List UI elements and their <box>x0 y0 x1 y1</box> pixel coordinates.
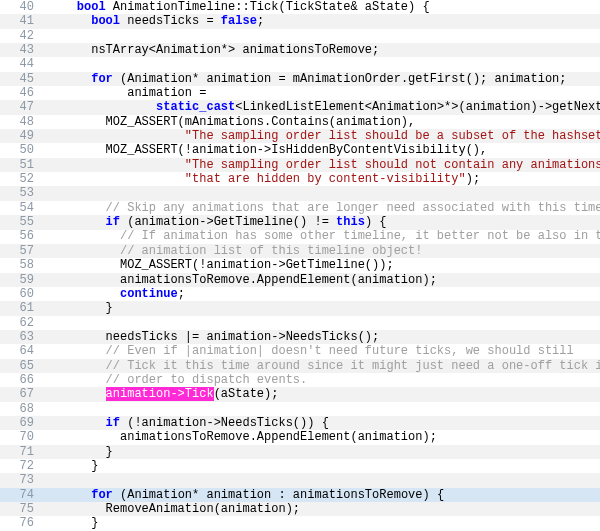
code-line[interactable]: 45 for (Animation* animation = mAnimatio… <box>0 72 600 86</box>
code-line[interactable]: 53 <box>0 186 600 200</box>
code-line[interactable]: 47 static_cast<LinkedListElement<Animati… <box>0 100 600 114</box>
code-content[interactable]: animationsToRemove.AppendElement(animati… <box>40 430 600 444</box>
code-line[interactable]: 55 if (animation->GetTimeline() != this)… <box>0 215 600 229</box>
line-number: 72 <box>0 459 40 473</box>
code-line[interactable]: 44 <box>0 57 600 71</box>
code-content[interactable]: continue; <box>40 287 600 301</box>
code-content[interactable]: } <box>40 459 600 473</box>
code-line[interactable]: 56 // If animation has some other timeli… <box>0 230 600 244</box>
code-line[interactable]: 73 <box>0 473 600 487</box>
code-line[interactable]: 72 } <box>0 459 600 473</box>
code-line[interactable]: 58 MOZ_ASSERT(!animation->GetTimeline())… <box>0 258 600 272</box>
code-line[interactable]: 48 MOZ_ASSERT(mAnimations.Contains(anima… <box>0 115 600 129</box>
code-line[interactable]: 40 bool AnimationTimeline::Tick(TickStat… <box>0 0 600 14</box>
line-number: 59 <box>0 273 40 287</box>
code-line[interactable]: 51 "The sampling order list should not c… <box>0 158 600 172</box>
code-line[interactable]: 52 "that are hidden by content-visibilit… <box>0 172 600 186</box>
line-number: 68 <box>0 402 40 416</box>
code-line[interactable]: 43 nsTArray<Animation*> animationsToRemo… <box>0 43 600 57</box>
code-content[interactable]: if (animation->GetTimeline() != this) { <box>40 215 600 229</box>
code-content[interactable]: animation->Tick(aState); <box>40 387 600 401</box>
code-content[interactable]: bool needsTicks = false; <box>40 14 600 28</box>
code-line[interactable]: 71 } <box>0 445 600 459</box>
code-content[interactable]: bool AnimationTimeline::Tick(TickState& … <box>40 0 600 14</box>
line-number: 63 <box>0 330 40 344</box>
code-content[interactable]: } <box>40 445 600 459</box>
code-line[interactable]: 64 // Even if |animation| doesn't need f… <box>0 344 600 358</box>
line-number: 42 <box>0 29 40 43</box>
code-line[interactable]: 42 <box>0 29 600 43</box>
code-line[interactable]: 46 animation = <box>0 86 600 100</box>
code-content[interactable]: // animation list of this timeline objec… <box>40 244 600 258</box>
line-number: 47 <box>0 100 40 114</box>
code-content[interactable]: for (Animation* animation = mAnimationOr… <box>40 72 600 86</box>
code-line[interactable]: 66 // order to dispatch events. <box>0 373 600 387</box>
line-number: 49 <box>0 129 40 143</box>
code-content[interactable]: } <box>40 516 600 530</box>
code-line[interactable]: 65 // Tick it this time around since it … <box>0 359 600 373</box>
code-line[interactable]: 68 <box>0 402 600 416</box>
code-content[interactable]: // Skip any animations that are longer n… <box>40 201 600 215</box>
code-line[interactable]: 75 RemoveAnimation(animation); <box>0 502 600 516</box>
code-content[interactable]: "that are hidden by content-visibility")… <box>40 172 600 186</box>
code-line[interactable]: 60 continue; <box>0 287 600 301</box>
code-content[interactable]: for (Animation* animation : animationsTo… <box>40 488 600 502</box>
line-number: 52 <box>0 172 40 186</box>
code-content[interactable]: static_cast<LinkedListElement<Animation>… <box>40 100 600 114</box>
line-number: 56 <box>0 229 40 243</box>
code-content[interactable]: nsTArray<Animation*> animationsToRemove; <box>40 43 600 57</box>
code-content[interactable]: animationsToRemove.AppendElement(animati… <box>40 273 600 287</box>
code-line[interactable]: 41 bool needsTicks = false; <box>0 14 600 28</box>
line-number: 67 <box>0 387 40 401</box>
code-line[interactable]: 59 animationsToRemove.AppendElement(anim… <box>0 273 600 287</box>
line-number: 64 <box>0 344 40 358</box>
code-line[interactable]: 63 needsTicks |= animation->NeedsTicks()… <box>0 330 600 344</box>
code-line[interactable]: 70 animationsToRemove.AppendElement(anim… <box>0 430 600 444</box>
code-content[interactable]: // order to dispatch events. <box>40 373 600 387</box>
code-content[interactable]: needsTicks |= animation->NeedsTicks(); <box>40 330 600 344</box>
line-number: 66 <box>0 373 40 387</box>
code-content[interactable]: MOZ_ASSERT(mAnimations.Contains(animatio… <box>40 115 600 129</box>
code-line[interactable]: 62 <box>0 316 600 330</box>
line-number: 44 <box>0 57 40 71</box>
line-number: 74 <box>0 488 40 502</box>
line-number: 50 <box>0 143 40 157</box>
code-content[interactable]: "The sampling order list should not cont… <box>40 158 600 172</box>
line-number: 70 <box>0 430 40 444</box>
code-content[interactable]: MOZ_ASSERT(!animation->GetTimeline()); <box>40 258 600 272</box>
code-content[interactable]: MOZ_ASSERT(!animation->IsHiddenByContent… <box>40 143 600 157</box>
code-content[interactable]: "The sampling order list should be a sub… <box>40 129 600 143</box>
line-number: 53 <box>0 186 40 200</box>
line-number: 55 <box>0 215 40 229</box>
line-number: 71 <box>0 445 40 459</box>
code-line[interactable]: 57 // animation list of this timeline ob… <box>0 244 600 258</box>
code-line[interactable]: 74 for (Animation* animation : animation… <box>0 488 600 502</box>
line-number: 51 <box>0 158 40 172</box>
code-content[interactable]: } <box>40 301 600 315</box>
code-line[interactable]: 54 // Skip any animations that are longe… <box>0 201 600 215</box>
line-number: 43 <box>0 43 40 57</box>
code-line[interactable]: 69 if (!animation->NeedsTicks()) { <box>0 416 600 430</box>
line-number: 76 <box>0 516 40 530</box>
code-line[interactable]: 61 } <box>0 301 600 315</box>
code-content[interactable]: // Tick it this time around since it mig… <box>40 359 600 373</box>
code-content[interactable]: RemoveAnimation(animation); <box>40 502 600 516</box>
line-number: 60 <box>0 287 40 301</box>
code-content[interactable]: if (!animation->NeedsTicks()) { <box>40 416 600 430</box>
line-number: 48 <box>0 115 40 129</box>
line-number: 40 <box>0 0 40 14</box>
code-content[interactable]: animation = <box>40 86 600 100</box>
line-number: 61 <box>0 301 40 315</box>
code-viewer[interactable]: 40 bool AnimationTimeline::Tick(TickStat… <box>0 0 600 531</box>
line-number: 65 <box>0 359 40 373</box>
code-line[interactable]: 76 } <box>0 516 600 530</box>
code-content[interactable]: // If animation has some other timeline,… <box>40 229 600 243</box>
code-line[interactable]: 50 MOZ_ASSERT(!animation->IsHiddenByCont… <box>0 143 600 157</box>
line-number: 45 <box>0 72 40 86</box>
line-number: 58 <box>0 258 40 272</box>
code-line[interactable]: 49 "The sampling order list should be a … <box>0 129 600 143</box>
line-number: 46 <box>0 86 40 100</box>
code-content[interactable]: // Even if |animation| doesn't need futu… <box>40 344 600 358</box>
line-number: 54 <box>0 201 40 215</box>
code-line[interactable]: 67 animation->Tick(aState); <box>0 387 600 401</box>
